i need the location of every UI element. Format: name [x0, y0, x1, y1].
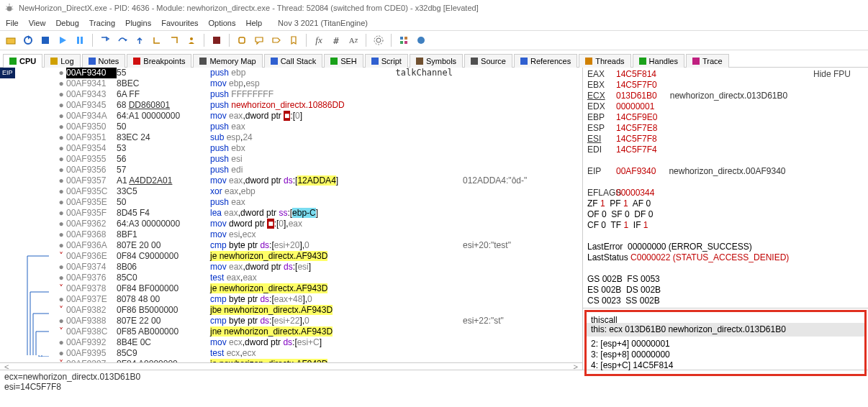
- stop-icon[interactable]: [39, 34, 52, 47]
- svg-rect-11: [77, 37, 79, 44]
- disasm-row[interactable]: ●00AF9355 56push esi: [56, 154, 582, 165]
- this-pointer: this: ecx 013D61B0 newhorizon_directx.01…: [587, 323, 864, 337]
- module-icon[interactable]: [397, 34, 410, 47]
- disasm-row[interactable]: ●00AF934A 64:A1 00000000mov eax,dword pt…: [56, 111, 582, 122]
- tab-log[interactable]: Log: [44, 54, 80, 68]
- tab-source[interactable]: Source: [464, 54, 512, 68]
- svg-rect-16: [239, 37, 245, 43]
- bookmark-icon[interactable]: [287, 34, 300, 47]
- svg-rect-6: [6, 38, 15, 44]
- disasm-row[interactable]: ●00AF935F 8D45 F4lea eax,dword ptr ss:[e…: [56, 208, 582, 219]
- disasm-row[interactable]: ●00AF9340 55push ebp: [56, 68, 582, 78]
- svg-point-17: [376, 38, 381, 42]
- svg-rect-20: [404, 37, 407, 40]
- stack-row[interactable]: 3: [esp+8] 00000000: [591, 349, 860, 360]
- az-icon[interactable]: Az: [347, 34, 360, 47]
- svg-rect-15: [213, 37, 220, 44]
- menu-favourites[interactable]: Favourites: [161, 19, 198, 27]
- restart-icon[interactable]: [22, 34, 35, 47]
- args-pane[interactable]: thiscall this: ecx 013D61B0 newhorizon_d…: [584, 310, 867, 376]
- tab-script[interactable]: Script: [365, 54, 408, 68]
- disasm-row[interactable]: ●00AF9374 8B06mov eax,dword ptr ds:[esi]: [56, 262, 582, 273]
- disasm-row[interactable]: ●00AF9354 53push ebx: [56, 143, 582, 154]
- svg-point-23: [417, 37, 425, 44]
- disasm-row[interactable]: ●00AF9341 8BECmov ebp,esp: [56, 78, 582, 89]
- disasm-row[interactable]: ●00AF935E 50push eax: [56, 197, 582, 208]
- app-icon: [4, 3, 14, 13]
- step-over-icon[interactable]: [116, 34, 129, 47]
- tab-trace[interactable]: Trace: [686, 54, 729, 68]
- run-icon[interactable]: [56, 34, 69, 47]
- build-date: Nov 3 2021 (TitanEngine): [278, 19, 368, 27]
- disasm-row[interactable]: ●00AF9351 83EC 24sub esp,24: [56, 132, 582, 143]
- disasm-row[interactable]: ●00AF936A 807E 20 00cmp byte ptr ds:[esi…: [56, 240, 582, 251]
- patch-icon[interactable]: [235, 34, 248, 47]
- titlebar: NewHorizon_DirectX.exe - PID: 4636 - Mod…: [0, 0, 868, 16]
- stack-row[interactable]: 2: [esp+4] 00000001: [591, 339, 860, 349]
- registers-pane[interactable]: Hide FPU EAX14C5F814EBX14C5F7F0ECX013D61…: [583, 68, 868, 308]
- disasm-row[interactable]: ˅00AF9382 0F86 B5000000jbe newhorizon_di…: [56, 305, 582, 316]
- settings-icon[interactable]: [372, 34, 385, 47]
- stack-row[interactable]: 4: [esp+C] 14C5F814: [591, 360, 860, 371]
- tab-seh[interactable]: SEH: [324, 54, 363, 68]
- menu-help[interactable]: Help: [245, 19, 262, 27]
- step-into-icon[interactable]: [99, 34, 112, 47]
- disasm-row[interactable]: ●00AF9345 68 DD860801push newhorizon_dir…: [56, 100, 582, 111]
- disasm-row[interactable]: ●00AF935C 33C5xor eax,ebp: [56, 186, 582, 197]
- menu-plugins[interactable]: Plugins: [125, 19, 151, 27]
- tab-cpu[interactable]: CPU: [3, 54, 42, 68]
- disasm-row[interactable]: ˅00AF9378 0F84 BF000000je newhorizon_dir…: [56, 283, 582, 294]
- svg-rect-21: [400, 41, 403, 44]
- menu-options[interactable]: Options: [209, 19, 236, 27]
- menu-debug[interactable]: Debug: [55, 19, 78, 27]
- plugin-icon[interactable]: [415, 34, 428, 47]
- svg-line-3: [12, 6, 13, 7]
- tab-breakpoints[interactable]: Breakpoints: [127, 54, 191, 68]
- disasm-row[interactable]: ●00AF937E 8078 48 00cmp byte ptr ds:[eax…: [56, 294, 582, 305]
- tab-memory map[interactable]: Memory Map: [193, 54, 262, 68]
- disasm-row[interactable]: ●00AF9350 50push eax: [56, 122, 582, 132]
- trace-into-icon[interactable]: [150, 34, 163, 47]
- disasm-row[interactable]: ●00AF9368 8BF1mov esi,ecx: [56, 229, 582, 240]
- disasm-row[interactable]: ●00AF9357 A1 A4DD2A01mov eax,dword ptr d…: [56, 175, 582, 186]
- disasm-row[interactable]: ●00AF9395 85C9test ecx,ecx: [56, 348, 582, 359]
- tab-notes[interactable]: Notes: [82, 54, 126, 68]
- svg-point-0: [7, 6, 12, 11]
- tab-threads[interactable]: Threads: [579, 54, 630, 68]
- menu-view[interactable]: View: [29, 19, 46, 27]
- fx-icon[interactable]: fx: [312, 34, 325, 47]
- disasm-row[interactable]: ˅00AF936E 0F84 C9000000je newhorizon_dir…: [56, 251, 582, 262]
- menu-tracing[interactable]: Tracing: [89, 19, 115, 27]
- tab-call stack[interactable]: Call Stack: [264, 54, 323, 68]
- disasm-row[interactable]: ●00AF9392 8B4E 0Cmov ecx,dword ptr ds:[e…: [56, 337, 582, 348]
- trace-over-icon[interactable]: [168, 34, 181, 47]
- toolbar: fx # Az: [0, 30, 868, 50]
- disasm-row[interactable]: ˅00AF9397 0F84 A0000000je newhorizon_dir…: [56, 359, 582, 362]
- scylla-icon[interactable]: [210, 34, 223, 47]
- hash-icon[interactable]: #: [330, 34, 343, 47]
- disasm-row[interactable]: ●00AF9343 6A FFpush FFFFFFFF: [56, 89, 582, 100]
- step-out-icon[interactable]: [133, 34, 146, 47]
- disasm-row[interactable]: ●00AF9356 57push edi: [56, 165, 582, 175]
- svg-marker-10: [60, 37, 66, 44]
- function-name: talkChannel: [396, 68, 453, 78]
- disasm-row[interactable]: ●00AF9388 807E 22 00cmp byte ptr ds:[esi…: [56, 316, 582, 326]
- h-scrollbar[interactable]: <>: [0, 362, 582, 370]
- hide-fpu-button[interactable]: Hide FPU: [813, 69, 851, 80]
- open-icon[interactable]: [4, 34, 17, 47]
- tab-handles[interactable]: Handles: [633, 54, 684, 68]
- menu-file[interactable]: File: [6, 19, 19, 27]
- svg-rect-9: [42, 37, 49, 44]
- svg-rect-22: [404, 41, 407, 44]
- jump-arrows: EIP: [0, 68, 56, 362]
- comment-icon[interactable]: [253, 34, 266, 47]
- label-icon[interactable]: [270, 34, 283, 47]
- disasm-row[interactable]: ●00AF9376 85C0test eax,eax: [56, 273, 582, 283]
- disasm-row[interactable]: ●00AF9362 64:A3 00000000mov dword ptr ■:…: [56, 219, 582, 229]
- tab-references[interactable]: References: [514, 54, 577, 68]
- disasm-row[interactable]: ˅00AF938C 0F85 AB000000jne newhorizon_di…: [56, 326, 582, 337]
- run-to-user-icon[interactable]: [185, 34, 198, 47]
- pause-icon[interactable]: [73, 34, 86, 47]
- svg-point-14: [190, 37, 193, 40]
- tab-symbols[interactable]: Symbols: [410, 54, 463, 68]
